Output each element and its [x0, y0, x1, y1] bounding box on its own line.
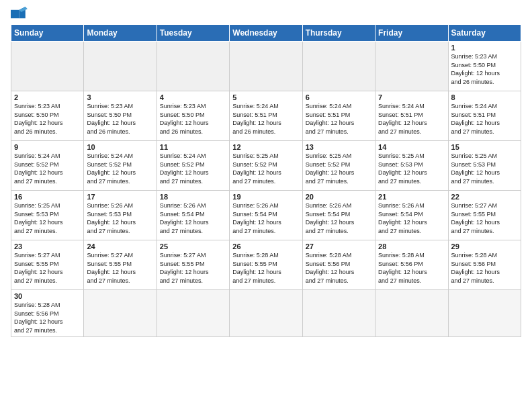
calendar-cell: 13Sunrise: 5:25 AMSunset: 5:52 PMDayligh… [302, 141, 375, 191]
calendar-cell: 24Sunrise: 5:27 AMSunset: 5:55 PMDayligh… [84, 240, 157, 290]
day-info: Sunrise: 5:23 AMSunset: 5:50 PMDaylight:… [451, 53, 500, 85]
day-number: 22 [451, 193, 518, 201]
day-info: Sunrise: 5:25 AMSunset: 5:52 PMDaylight:… [232, 152, 281, 185]
day-info: Sunrise: 5:23 AMSunset: 5:50 PMDaylight:… [14, 103, 63, 135]
day-info: Sunrise: 5:28 AMSunset: 5:55 PMDaylight:… [232, 252, 281, 284]
day-number: 24 [87, 242, 153, 250]
calendar-cell: 8Sunrise: 5:24 AMSunset: 5:51 PMDaylight… [448, 91, 521, 141]
calendar-cell: 10Sunrise: 5:24 AMSunset: 5:52 PMDayligh… [84, 141, 157, 191]
day-info: Sunrise: 5:26 AMSunset: 5:54 PMDaylight:… [232, 202, 281, 234]
calendar-cell: 5Sunrise: 5:24 AMSunset: 5:51 PMDaylight… [230, 91, 302, 141]
day-number: 4 [160, 93, 226, 101]
calendar-row: 1Sunrise: 5:23 AMSunset: 5:50 PMDaylight… [11, 42, 521, 91]
calendar-cell [230, 290, 302, 337]
calendar-cell: 7Sunrise: 5:24 AMSunset: 5:51 PMDaylight… [375, 91, 448, 141]
day-info: Sunrise: 5:25 AMSunset: 5:53 PMDaylight:… [451, 152, 500, 185]
day-number: 16 [14, 193, 81, 201]
calendar-cell: 29Sunrise: 5:28 AMSunset: 5:56 PMDayligh… [448, 240, 521, 290]
calendar-cell [11, 42, 84, 91]
day-number: 23 [14, 242, 81, 250]
day-number: 21 [378, 193, 445, 201]
calendar-row: 23Sunrise: 5:27 AMSunset: 5:55 PMDayligh… [11, 240, 521, 290]
day-info: Sunrise: 5:24 AMSunset: 5:52 PMDaylight:… [160, 152, 209, 185]
day-info: Sunrise: 5:23 AMSunset: 5:50 PMDaylight:… [87, 103, 136, 135]
calendar-cell [302, 290, 375, 337]
calendar-row: 9Sunrise: 5:24 AMSunset: 5:52 PMDaylight… [11, 141, 521, 191]
day-number: 20 [306, 193, 372, 201]
calendar-cell [302, 42, 375, 91]
weekday-thursday: Thursday [302, 25, 375, 42]
day-info: Sunrise: 5:27 AMSunset: 5:55 PMDaylight:… [451, 202, 500, 234]
day-info: Sunrise: 5:28 AMSunset: 5:56 PMDaylight:… [14, 302, 63, 334]
calendar-cell: 17Sunrise: 5:26 AMSunset: 5:53 PMDayligh… [84, 191, 157, 240]
calendar-cell: 28Sunrise: 5:28 AMSunset: 5:56 PMDayligh… [375, 240, 448, 290]
weekday-monday: Monday [84, 25, 157, 42]
day-number: 7 [378, 93, 445, 101]
day-number: 17 [87, 193, 153, 201]
calendar-cell: 1Sunrise: 5:23 AMSunset: 5:50 PMDaylight… [448, 42, 521, 91]
calendar-cell: 19Sunrise: 5:26 AMSunset: 5:54 PMDayligh… [230, 191, 302, 240]
calendar-cell: 12Sunrise: 5:25 AMSunset: 5:52 PMDayligh… [230, 141, 302, 191]
day-number: 25 [160, 242, 226, 250]
logo [11, 7, 32, 21]
weekday-header-row: SundayMondayTuesdayWednesdayThursdayFrid… [11, 25, 521, 42]
day-number: 15 [451, 143, 518, 151]
day-info: Sunrise: 5:25 AMSunset: 5:52 PMDaylight:… [306, 152, 355, 185]
calendar-cell [448, 290, 521, 337]
header [11, 7, 521, 21]
calendar-cell: 4Sunrise: 5:23 AMSunset: 5:50 PMDaylight… [157, 91, 229, 141]
day-info: Sunrise: 5:24 AMSunset: 5:51 PMDaylight:… [232, 103, 281, 135]
page: SundayMondayTuesdayWednesdayThursdayFrid… [0, 0, 532, 344]
calendar-cell: 20Sunrise: 5:26 AMSunset: 5:54 PMDayligh… [302, 191, 375, 240]
calendar-cell: 18Sunrise: 5:26 AMSunset: 5:54 PMDayligh… [157, 191, 229, 240]
calendar-cell [84, 290, 157, 337]
calendar-cell: 9Sunrise: 5:24 AMSunset: 5:52 PMDaylight… [11, 141, 84, 191]
calendar-cell: 30Sunrise: 5:28 AMSunset: 5:56 PMDayligh… [11, 290, 84, 337]
calendar-cell: 22Sunrise: 5:27 AMSunset: 5:55 PMDayligh… [448, 191, 521, 240]
calendar-cell [230, 42, 302, 91]
day-number: 14 [378, 143, 445, 151]
day-number: 3 [87, 93, 153, 101]
day-number: 18 [160, 193, 226, 201]
day-info: Sunrise: 5:26 AMSunset: 5:54 PMDaylight:… [306, 202, 355, 234]
calendar-cell [157, 290, 229, 337]
calendar-cell: 14Sunrise: 5:25 AMSunset: 5:53 PMDayligh… [375, 141, 448, 191]
calendar-cell [375, 290, 448, 337]
day-info: Sunrise: 5:24 AMSunset: 5:52 PMDaylight:… [14, 152, 63, 185]
day-info: Sunrise: 5:25 AMSunset: 5:53 PMDaylight:… [14, 202, 63, 234]
weekday-sunday: Sunday [11, 25, 84, 42]
weekday-wednesday: Wednesday [230, 25, 302, 42]
day-info: Sunrise: 5:28 AMSunset: 5:56 PMDaylight:… [451, 252, 500, 284]
calendar-cell: 21Sunrise: 5:26 AMSunset: 5:54 PMDayligh… [375, 191, 448, 240]
day-info: Sunrise: 5:23 AMSunset: 5:50 PMDaylight:… [160, 103, 209, 135]
day-info: Sunrise: 5:27 AMSunset: 5:55 PMDaylight:… [87, 252, 136, 284]
day-info: Sunrise: 5:24 AMSunset: 5:51 PMDaylight:… [451, 103, 500, 135]
calendar: SundayMondayTuesdayWednesdayThursdayFrid… [11, 24, 521, 337]
day-info: Sunrise: 5:24 AMSunset: 5:51 PMDaylight:… [306, 103, 355, 135]
calendar-cell: 3Sunrise: 5:23 AMSunset: 5:50 PMDaylight… [84, 91, 157, 141]
calendar-cell: 25Sunrise: 5:27 AMSunset: 5:55 PMDayligh… [157, 240, 229, 290]
day-number: 2 [14, 93, 81, 101]
calendar-cell: 26Sunrise: 5:28 AMSunset: 5:55 PMDayligh… [230, 240, 302, 290]
day-number: 1 [451, 44, 518, 52]
day-number: 11 [160, 143, 226, 151]
day-number: 28 [378, 242, 445, 250]
calendar-cell: 6Sunrise: 5:24 AMSunset: 5:51 PMDaylight… [302, 91, 375, 141]
day-number: 10 [87, 143, 153, 151]
day-number: 9 [14, 143, 81, 151]
day-info: Sunrise: 5:28 AMSunset: 5:56 PMDaylight:… [378, 252, 427, 284]
calendar-cell [157, 42, 229, 91]
day-info: Sunrise: 5:28 AMSunset: 5:56 PMDaylight:… [306, 252, 355, 284]
day-number: 26 [232, 242, 299, 250]
calendar-cell: 11Sunrise: 5:24 AMSunset: 5:52 PMDayligh… [157, 141, 229, 191]
day-number: 8 [451, 93, 518, 101]
day-number: 29 [451, 242, 518, 250]
svg-rect-0 [11, 10, 19, 18]
calendar-cell [84, 42, 157, 91]
day-info: Sunrise: 5:26 AMSunset: 5:54 PMDaylight:… [378, 202, 427, 234]
day-number: 12 [232, 143, 299, 151]
generalblue-logo-icon [11, 7, 30, 21]
day-info: Sunrise: 5:26 AMSunset: 5:53 PMDaylight:… [87, 202, 136, 234]
day-info: Sunrise: 5:27 AMSunset: 5:55 PMDaylight:… [160, 252, 209, 284]
calendar-row: 16Sunrise: 5:25 AMSunset: 5:53 PMDayligh… [11, 191, 521, 240]
